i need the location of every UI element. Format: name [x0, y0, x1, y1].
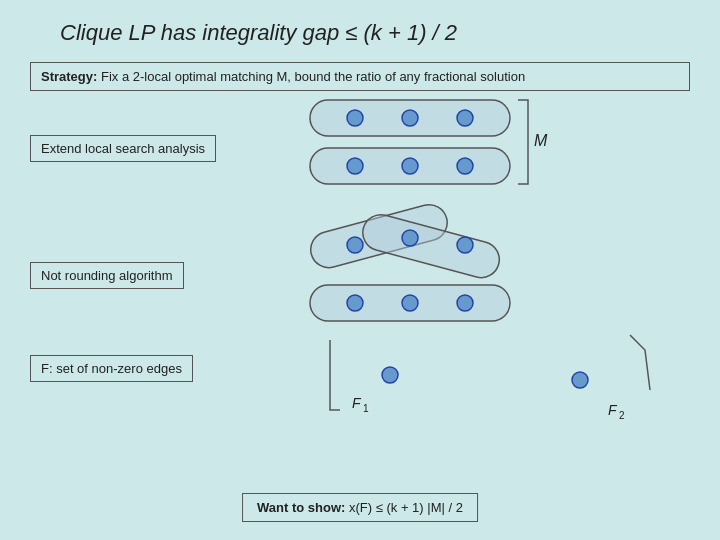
- strategy-text: Fix a 2-local optimal matching M, bound …: [97, 69, 525, 84]
- svg-point-14: [347, 295, 363, 311]
- want-text: x(F) ≤ (k + 1) |M| / 2: [345, 500, 463, 515]
- extend-label: Extend local search analysis: [30, 135, 216, 162]
- want-label: Want to show:: [257, 500, 345, 515]
- svg-point-16: [457, 295, 473, 311]
- svg-point-7: [457, 158, 473, 174]
- slide-title: Clique LP has integrality gap ≤ (k + 1) …: [60, 20, 690, 46]
- diagram-svg: M F 1 F 2: [300, 90, 680, 450]
- svg-point-10: [347, 237, 363, 253]
- svg-point-17: [382, 367, 398, 383]
- svg-point-12: [457, 237, 473, 253]
- f1-subscript: 1: [363, 403, 369, 414]
- svg-point-1: [347, 110, 363, 126]
- m-label: M: [534, 132, 548, 149]
- svg-point-15: [402, 295, 418, 311]
- slide: Clique LP has integrality gap ≤ (k + 1) …: [0, 0, 720, 540]
- svg-point-3: [457, 110, 473, 126]
- not-rounding-label: Not rounding algorithm: [30, 262, 184, 289]
- svg-point-5: [347, 158, 363, 174]
- strategy-box: Strategy: Fix a 2-local optimal matching…: [30, 62, 690, 91]
- svg-point-11: [402, 230, 418, 246]
- f1-label: F: [352, 395, 362, 411]
- f2-subscript: 2: [619, 410, 625, 421]
- f-set-label: F: set of non-zero edges: [30, 355, 193, 382]
- svg-point-6: [402, 158, 418, 174]
- svg-point-18: [572, 372, 588, 388]
- strategy-label: Strategy:: [41, 69, 97, 84]
- f2-label: F: [608, 402, 618, 418]
- svg-point-2: [402, 110, 418, 126]
- want-to-show-box: Want to show: x(F) ≤ (k + 1) |M| / 2: [242, 493, 478, 522]
